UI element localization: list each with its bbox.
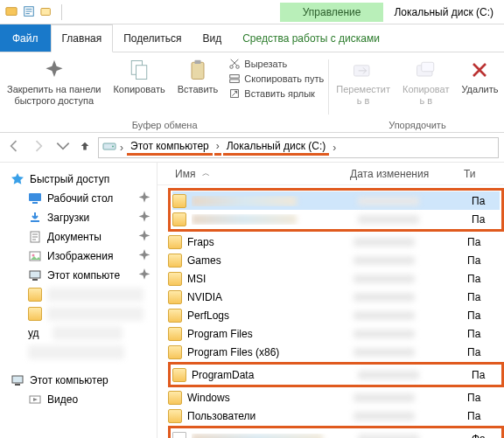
item-name: PerfLogs [187, 309, 354, 322]
view-tab[interactable]: Вид [192, 24, 232, 52]
list-item[interactable]: FrapsПа [168, 233, 504, 251]
list-item[interactable]: WindowsПа [168, 388, 504, 407]
pictures-icon [28, 249, 42, 263]
forward-button[interactable] [30, 137, 47, 158]
nav-desktop[interactable]: Рабочий стол [26, 189, 153, 208]
home-tab[interactable]: Главная [51, 24, 114, 52]
pin-icon [137, 211, 151, 225]
copy-to-button[interactable]: Копироват ь в [401, 56, 452, 108]
copypath-icon [228, 73, 241, 85]
star-icon [10, 172, 24, 186]
ribbon-group-organize: Упорядочить [388, 118, 445, 130]
list-item[interactable]: Program Files (x86)Па [168, 343, 504, 361]
svg-point-7 [230, 66, 234, 69]
item-name: Games [187, 254, 354, 267]
item-name: Windows [187, 392, 354, 404]
drive-icon [102, 139, 116, 156]
quick-access-node[interactable]: Быстрый доступ [9, 170, 153, 189]
svg-rect-0 [6, 7, 17, 15]
folder-icon [168, 327, 182, 341]
svg-rect-9 [230, 75, 240, 79]
nav-item-redacted[interactable] [26, 304, 153, 323]
svg-rect-10 [230, 80, 240, 83]
nav-item-redacted[interactable]: уд [26, 323, 153, 343]
nav-videos[interactable]: Видео [26, 390, 153, 409]
nav-this-pc-shortcut[interactable]: Этот компьюте [26, 266, 153, 285]
history-dropdown[interactable] [54, 137, 72, 158]
svg-rect-14 [421, 62, 433, 72]
file-tab[interactable]: Файл [0, 24, 51, 52]
list-item[interactable]: Па [172, 210, 500, 228]
drive-tools-tab[interactable]: Средства работы с дисками [232, 24, 390, 52]
svg-rect-6 [195, 60, 201, 64]
paste-icon [186, 58, 210, 82]
column-header-date[interactable]: Дата изменения [350, 168, 464, 180]
breadcrumb-drive-c[interactable]: Локальный диск (C:) [223, 140, 330, 156]
pin-icon [137, 230, 151, 244]
copy-icon [127, 58, 151, 82]
chevron-right-icon[interactable]: › [331, 142, 338, 154]
chevron-right-icon[interactable]: › [214, 140, 221, 156]
nav-pictures[interactable]: Изображения [26, 247, 153, 266]
svg-rect-17 [29, 193, 41, 201]
copy-button[interactable]: Копировать [111, 56, 166, 97]
paste-button[interactable]: Вставить [176, 56, 220, 97]
column-header-type[interactable]: Ти [464, 168, 504, 180]
list-item[interactable]: ПользователиПа [168, 407, 504, 425]
folder-icon [172, 368, 186, 382]
delete-button[interactable]: Удалить [459, 56, 500, 97]
folder-icon [172, 212, 186, 226]
list-item[interactable]: Па [172, 191, 500, 210]
ribbon-group-clipboard: Буфер обмена [132, 118, 198, 130]
shortcut-icon [228, 87, 241, 100]
manage-contextual-tab[interactable]: Управление [280, 3, 384, 22]
up-button[interactable] [79, 140, 91, 156]
back-button[interactable] [5, 137, 23, 158]
breadcrumb-this-pc[interactable]: Этот компьютер [127, 140, 213, 156]
paste-shortcut-button[interactable]: Вставить ярлык [228, 87, 324, 100]
moveto-icon [351, 58, 375, 82]
item-name: MSI [187, 273, 354, 285]
list-item[interactable]: MSIПа [168, 269, 504, 288]
scissors-icon [228, 58, 241, 70]
pin-icon [137, 249, 151, 263]
item-type: Па [467, 291, 504, 303]
move-to-button[interactable]: Переместит ь в [334, 56, 392, 108]
list-item[interactable]: ProgramDataПа [172, 365, 500, 384]
column-header-name[interactable]: Имя ︿ [158, 168, 350, 180]
pc-icon [10, 373, 24, 387]
video-icon [28, 393, 42, 407]
folder-icon [168, 272, 182, 286]
qat-properties-icon[interactable] [23, 5, 35, 19]
list-item[interactable]: NVIDIAПа [168, 288, 504, 306]
list-item[interactable]: PerfLogsПа [168, 306, 504, 324]
pin-quickaccess-button[interactable]: Закрепить на панели быстрого доступа [5, 56, 102, 108]
item-name: Program Files [187, 328, 354, 340]
nav-this-pc[interactable]: Этот компьютер [9, 371, 153, 390]
list-item[interactable]: Фа [172, 429, 500, 438]
pc-icon [28, 268, 42, 282]
folder-icon [168, 290, 182, 304]
item-name: NVIDIA [187, 291, 354, 303]
item-type: Па [467, 410, 504, 422]
cut-button[interactable]: Вырезать [228, 58, 324, 70]
nav-downloads[interactable]: Загрузки [26, 208, 153, 227]
qat-newfolder-icon[interactable] [40, 5, 52, 19]
file-icon [172, 432, 186, 439]
nav-item-redacted[interactable] [26, 343, 153, 362]
svg-rect-24 [12, 376, 23, 383]
folder-icon [168, 345, 182, 359]
window-title: Локальный диск (C:) [383, 3, 504, 22]
list-item[interactable]: GamesПа [168, 251, 504, 269]
svg-rect-23 [32, 279, 38, 281]
svg-rect-5 [192, 62, 204, 79]
address-bar[interactable]: › Этот компьютер › Локальный диск (C:) › [98, 137, 499, 158]
nav-item-redacted[interactable] [26, 285, 153, 304]
item-name: Program Files (x86) [187, 346, 354, 358]
list-item[interactable]: Program FilesПа [168, 324, 504, 343]
share-tab[interactable]: Поделиться [113, 24, 192, 52]
nav-documents[interactable]: Документы [26, 227, 153, 247]
copy-path-button[interactable]: Скопировать путь [228, 73, 324, 85]
chevron-right-icon[interactable]: › [118, 142, 125, 154]
pin-icon [137, 268, 151, 282]
